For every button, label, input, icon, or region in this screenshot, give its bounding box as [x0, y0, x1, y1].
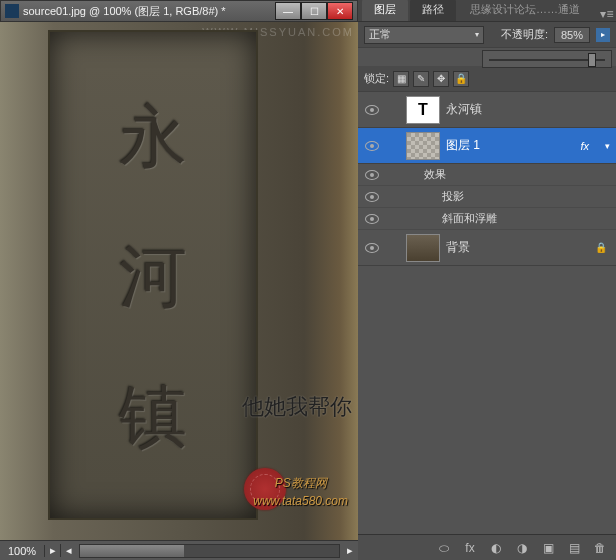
slider-thumb[interactable]: [588, 53, 596, 67]
fx-toggle-icon[interactable]: ▾: [605, 141, 610, 151]
new-layer-icon[interactable]: ▤: [566, 540, 582, 556]
carved-char-2: 河: [119, 232, 187, 323]
effect-name: 投影: [442, 189, 464, 204]
lock-label: 锁定:: [364, 71, 389, 86]
watermark: PS教程网 www.tata580.com: [253, 474, 348, 510]
scroll-left-button[interactable]: ◂: [61, 544, 77, 557]
zoom-flyout[interactable]: ▸: [45, 544, 61, 557]
layer-name[interactable]: 图层 1: [446, 137, 580, 154]
visibility-toggle[interactable]: [358, 214, 386, 224]
tab-extra[interactable]: 思缘设计论坛……通道: [458, 0, 592, 21]
effects-group-row[interactable]: 效果: [358, 164, 616, 186]
effects-label: 效果: [424, 167, 446, 182]
visibility-toggle[interactable]: [358, 105, 386, 115]
layer-name[interactable]: 背景: [446, 239, 594, 256]
add-mask-icon[interactable]: ◐: [488, 540, 504, 556]
lock-move-icon[interactable]: ✥: [433, 71, 449, 87]
opacity-flyout-icon[interactable]: ▸: [596, 28, 610, 42]
blend-mode-value: 正常: [369, 27, 391, 42]
new-group-icon[interactable]: ▣: [540, 540, 556, 556]
eye-icon: [365, 192, 379, 202]
carved-char-1: 永: [119, 92, 187, 183]
h-scrollbar[interactable]: [79, 544, 340, 558]
app-icon: [5, 4, 19, 18]
h-scroll-thumb[interactable]: [80, 545, 184, 557]
effect-bevel-row[interactable]: 斜面和浮雕: [358, 208, 616, 230]
eye-icon: [365, 214, 379, 224]
layer-name[interactable]: 永河镇: [446, 101, 616, 118]
eye-icon: [365, 243, 379, 253]
minimize-button[interactable]: —: [275, 2, 301, 20]
blend-mode-dropdown[interactable]: 正常 ▾: [364, 26, 484, 44]
layer-row-layer1[interactable]: 图层 1 fx ▾: [358, 128, 616, 164]
overlay-calligraphy: 他她我帮你: [242, 394, 352, 420]
layers-list: T 永河镇 图层 1 fx ▾ 效果 投影 斜面和浮雕 背景 🔒: [358, 92, 616, 534]
opacity-label: 不透明度:: [501, 27, 548, 42]
chevron-down-icon: ▾: [475, 30, 479, 39]
visibility-toggle[interactable]: [358, 141, 386, 151]
layer-row-background[interactable]: 背景 🔒: [358, 230, 616, 266]
text-layer-thumb: T: [406, 96, 440, 124]
layer-row-text[interactable]: T 永河镇: [358, 92, 616, 128]
scroll-right-button[interactable]: ▸: [342, 544, 358, 557]
document-window: source01.jpg @ 100% (图层 1, RGB/8#) * — ☐…: [0, 0, 358, 560]
bg-layer-thumb: [406, 234, 440, 262]
layer1-thumb: [406, 132, 440, 160]
document-title: source01.jpg @ 100% (图层 1, RGB/8#) *: [23, 4, 275, 19]
eye-icon: [365, 105, 379, 115]
canvas-image: WWW.MISSYUAN.COM 永 河 镇 他她我帮你 PS教程网 www.t…: [0, 22, 358, 540]
layers-panel: 图层 路径 思缘设计论坛……通道 ▾≡ 正常 ▾ 不透明度: 85% ▸ 锁定:…: [358, 0, 616, 560]
add-fx-icon[interactable]: fx: [462, 540, 478, 556]
eye-icon: [365, 141, 379, 151]
visibility-toggle[interactable]: [358, 243, 386, 253]
stone-slab: 永 河 镇: [48, 30, 258, 520]
opacity-slider[interactable]: [482, 50, 612, 68]
maximize-button[interactable]: ☐: [301, 2, 327, 20]
lock-pixels-icon[interactable]: ▦: [393, 71, 409, 87]
lock-all-icon[interactable]: 🔒: [453, 71, 469, 87]
effect-drop-shadow-row[interactable]: 投影: [358, 186, 616, 208]
watermark-line1: PS教程网: [253, 474, 348, 492]
lock-brush-icon[interactable]: ✎: [413, 71, 429, 87]
effect-name: 斜面和浮雕: [442, 211, 497, 226]
zoom-value[interactable]: 100%: [0, 545, 45, 557]
eye-icon: [365, 170, 379, 180]
tab-paths[interactable]: 路径: [410, 0, 456, 21]
tab-layers[interactable]: 图层: [362, 0, 408, 21]
opacity-value[interactable]: 85%: [554, 27, 590, 43]
titlebar[interactable]: source01.jpg @ 100% (图层 1, RGB/8#) * — ☐…: [0, 0, 358, 22]
panel-footer: ⬭ fx ◐ ◑ ▣ ▤ 🗑: [358, 534, 616, 560]
watermark-line2: www.tata580.com: [253, 492, 348, 510]
blend-opacity-row: 正常 ▾ 不透明度: 85% ▸: [358, 22, 616, 48]
close-button[interactable]: ✕: [327, 2, 353, 20]
panel-tabs: 图层 路径 思缘设计论坛……通道 ▾≡: [358, 0, 616, 22]
link-layers-icon[interactable]: ⬭: [436, 540, 452, 556]
lock-row: 锁定: ▦ ✎ ✥ 🔒: [358, 66, 616, 92]
visibility-toggle[interactable]: [358, 192, 386, 202]
lock-icon: 🔒: [594, 241, 608, 255]
add-fill-icon[interactable]: ◑: [514, 540, 530, 556]
carved-char-3: 镇: [119, 372, 187, 463]
canvas[interactable]: WWW.MISSYUAN.COM 永 河 镇 他她我帮你 PS教程网 www.t…: [0, 22, 358, 540]
trash-icon[interactable]: 🗑: [592, 540, 608, 556]
status-bar: 100% ▸ ◂ ▸: [0, 540, 358, 560]
visibility-toggle[interactable]: [358, 170, 386, 180]
fx-indicator[interactable]: fx: [580, 140, 589, 152]
panel-menu-icon[interactable]: ▾≡: [598, 7, 616, 21]
